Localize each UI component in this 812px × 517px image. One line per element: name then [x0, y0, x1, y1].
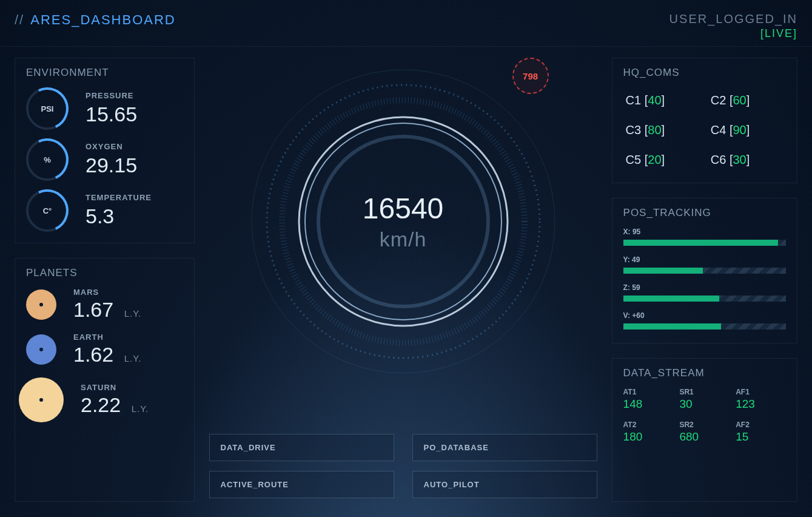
speed-unit: km/h	[380, 228, 427, 251]
track-y-bar	[623, 268, 786, 274]
speed-value: 16540	[363, 192, 443, 225]
earth-value: 1.62	[73, 343, 113, 366]
track-z-label: Z: 59	[623, 283, 786, 292]
env-temperature: C° TEMPERATURE 5.3	[26, 189, 183, 232]
stream-at2: AT2180	[623, 421, 674, 444]
track-x-bar	[623, 240, 786, 246]
page-title: ARES_DASHBOARD	[30, 12, 176, 28]
mars-unit: L.Y.	[124, 308, 142, 319]
saturn-icon	[19, 377, 64, 422]
track-z: Z: 59	[623, 283, 786, 302]
oxygen-gauge-icon: %	[26, 138, 69, 181]
track-x-label: X: 95	[623, 228, 786, 236]
oxygen-value: 29.15	[86, 154, 137, 177]
mars-value: 1.67	[73, 298, 113, 321]
oxygen-label: OXYGEN	[86, 142, 137, 151]
title-prefix-icon: //	[15, 12, 24, 28]
temperature-label: TEMPERATURE	[86, 193, 152, 202]
planets-panel: PLANETS MARS 1.67 L.Y. EARTH 1.62	[15, 258, 195, 502]
hq-coms-panel: HQ_COMS C1 [40] C2 [60] C3 [80] C4 [90] …	[612, 58, 797, 183]
stream-sr1: SR130	[679, 388, 730, 411]
data-drive-button[interactable]: DATA_DRIVE	[209, 434, 394, 461]
coms-c4: C4 [90]	[711, 123, 783, 137]
coms-c2: C2 [60]	[711, 93, 783, 107]
stream-sr2: SR2680	[679, 421, 730, 444]
status-block: USER_LOGGED_IN [LIVE]	[669, 12, 797, 40]
pressure-value: 15.65	[86, 103, 137, 126]
temperature-gauge-icon: C°	[26, 189, 69, 232]
temperature-value: 5.3	[86, 204, 152, 228]
live-badge: [LIVE]	[669, 27, 797, 40]
track-x: X: 95	[623, 228, 786, 246]
mars-label: MARS	[73, 288, 141, 297]
track-v: V: +60	[623, 311, 786, 329]
track-v-label: V: +60	[623, 311, 786, 320]
hq-coms-title: HQ_COMS	[623, 67, 786, 79]
stream-af2: AF215	[736, 421, 786, 444]
stream-af1: AF1123	[736, 388, 786, 411]
track-y-fill	[623, 268, 703, 274]
data-stream-panel: DATA_STREAM AT1148 SR130 AF1123 AT2180 S…	[612, 358, 797, 502]
environment-panel: ENVIRONMENT PSI PRESSURE 15.65 % OXYGEN …	[15, 58, 195, 243]
planets-title: PLANETS	[26, 267, 183, 279]
track-v-fill	[623, 323, 721, 329]
pos-tracking-title: POS_TRACKING	[623, 207, 786, 219]
planet-mars: MARS 1.67 L.Y.	[26, 288, 183, 322]
earth-unit: L.Y.	[124, 353, 142, 363]
speed-gauge: 798 16540 km/h	[233, 52, 573, 391]
user-status: USER_LOGGED_IN	[669, 12, 797, 26]
coms-c5: C5 [20]	[626, 153, 699, 167]
coms-c3: C3 [80]	[626, 123, 699, 137]
po-database-button[interactable]: PO_DATABASE	[412, 434, 597, 461]
system-buttons: DATA_DRIVE PO_DATABASE ACTIVE_ROUTE AUTO…	[209, 434, 597, 502]
planet-saturn: SATURN 2.22 L.Y.	[26, 377, 183, 422]
stream-at1: AT1148	[623, 388, 674, 411]
earth-icon	[26, 334, 56, 365]
data-stream-title: DATA_STREAM	[623, 367, 786, 379]
auto-pilot-button[interactable]: AUTO_PILOT	[412, 471, 597, 498]
track-y-label: Y: 49	[623, 255, 786, 264]
saturn-label: SATURN	[81, 383, 149, 392]
saturn-value: 2.22	[81, 393, 121, 416]
earth-label: EARTH	[73, 333, 141, 342]
track-v-bar	[623, 323, 786, 329]
env-oxygen: % OXYGEN 29.15	[26, 138, 183, 181]
coms-c6: C6 [30]	[711, 153, 783, 167]
pressure-gauge-icon: PSI	[26, 87, 69, 130]
env-pressure: PSI PRESSURE 15.65	[26, 87, 183, 130]
track-x-fill	[623, 240, 778, 246]
saturn-unit: L.Y.	[132, 404, 149, 414]
pressure-label: PRESSURE	[86, 91, 137, 100]
active-route-button[interactable]: ACTIVE_ROUTE	[209, 471, 394, 498]
environment-title: ENVIRONMENT	[26, 67, 183, 79]
coms-c1: C1 [40]	[626, 93, 699, 107]
title-block: // ARES_DASHBOARD	[15, 12, 176, 28]
top-bar: // ARES_DASHBOARD USER_LOGGED_IN [LIVE]	[0, 0, 812, 47]
track-y: Y: 49	[623, 255, 786, 274]
mars-icon	[26, 289, 56, 320]
track-z-bar	[623, 296, 786, 302]
track-z-fill	[623, 296, 719, 302]
pos-tracking-panel: POS_TRACKING X: 95 Y: 49 Z: 59 V: +60	[612, 198, 797, 343]
planet-earth: EARTH 1.62 L.Y.	[26, 333, 183, 367]
